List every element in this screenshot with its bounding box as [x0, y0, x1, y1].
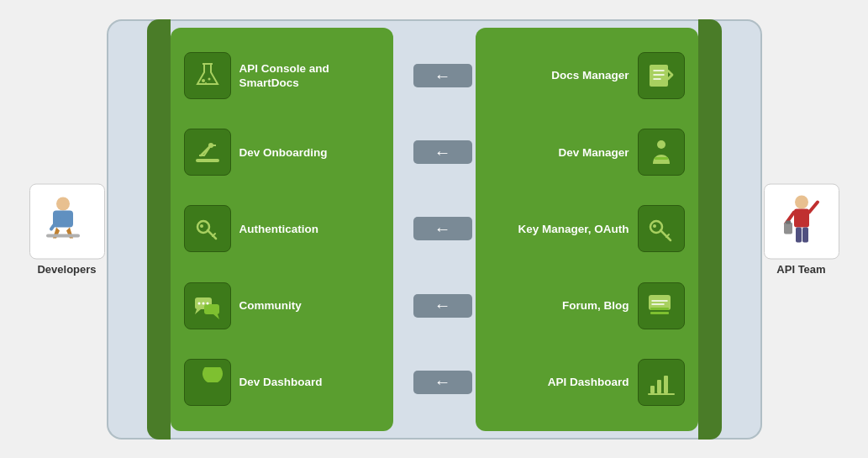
left-row-community: Community: [184, 282, 380, 329]
docs-icon: [646, 61, 676, 91]
forum-blog-icon-box: [638, 282, 685, 329]
flask-icon: [192, 61, 223, 91]
svg-rect-20: [650, 308, 669, 310]
svg-rect-3: [196, 159, 219, 162]
dev-dashboard-label: Dev Dashboard: [239, 375, 380, 390]
right-band: [698, 19, 722, 440]
svg-rect-33: [786, 220, 791, 224]
right-row-docs-manager: Docs Manager: [489, 52, 685, 99]
developers-avatar: [38, 192, 97, 250]
svg-rect-16: [655, 157, 668, 160]
bar-chart-icon: [646, 367, 676, 397]
arrow-1: ←: [413, 64, 472, 87]
right-row-api-dashboard: API Dashboard: [489, 359, 685, 406]
authentication-label: Authentication: [239, 222, 380, 237]
svg-rect-22: [650, 386, 655, 393]
left-band: [147, 19, 171, 440]
key-manager-label: Key Manager, OAuth: [489, 222, 629, 237]
svg-rect-21: [650, 312, 669, 314]
community-icon-box: [184, 282, 231, 329]
key-right-icon: [646, 213, 676, 244]
dev-onboarding-label: Dev Onboarding: [239, 145, 380, 161]
svg-rect-23: [657, 380, 661, 393]
arrow-3: ←: [413, 217, 472, 240]
right-row-forum-blog: Forum, Blog: [489, 282, 685, 329]
left-row-api-console: API Console and SmartDocs: [184, 52, 380, 99]
svg-rect-29: [794, 208, 809, 227]
api-console-icon-box: [184, 52, 231, 99]
svg-rect-27: [46, 234, 80, 237]
dev-manager-label: Dev Manager: [489, 145, 629, 161]
left-row-dev-dashboard: Dev Dashboard: [184, 359, 380, 406]
svg-point-12: [202, 302, 204, 304]
api-team-figure: API Team: [764, 183, 839, 275]
svg-rect-24: [664, 376, 668, 393]
api-console-label: API Console and SmartDocs: [239, 61, 380, 91]
arrow-4: ←: [413, 294, 472, 318]
svg-rect-30: [796, 227, 802, 242]
svg-point-1: [208, 78, 210, 81]
svg-rect-9: [204, 304, 219, 314]
key-manager-icon-box: [638, 205, 685, 252]
right-panel: Docs Manager Dev Manager: [476, 28, 698, 431]
left-row-authentication: Authentication: [184, 205, 380, 252]
dev-onboarding-icon-box: [184, 129, 231, 176]
svg-point-6: [200, 224, 203, 228]
svg-rect-32: [784, 222, 792, 234]
api-team-avatar: [772, 192, 831, 250]
api-dashboard-icon-box: [638, 359, 685, 406]
svg-marker-10: [213, 314, 219, 319]
svg-rect-31: [802, 227, 808, 242]
left-panel: API Console and SmartDocs Dev Onboarding: [171, 28, 393, 431]
svg-rect-14: [650, 65, 668, 87]
chat-icon: [192, 291, 223, 321]
right-row-key-manager: Key Manager, OAuth: [489, 205, 685, 252]
api-team-label: API Team: [776, 262, 825, 275]
forum-icon: [646, 291, 676, 321]
arrow-box-4: ←: [413, 294, 472, 318]
docs-manager-icon-box: [638, 52, 685, 99]
diagram-wrapper: API Console and SmartDocs Dev Onboarding: [23, 11, 846, 448]
developers-label: Developers: [37, 262, 96, 275]
right-row-dev-manager: Dev Manager: [489, 129, 685, 176]
docs-manager-label: Docs Manager: [489, 68, 629, 83]
arrow-2: ←: [413, 140, 472, 164]
svg-point-2: [205, 82, 207, 84]
svg-point-11: [197, 302, 200, 304]
person-desk-icon: [646, 137, 676, 167]
svg-point-25: [56, 197, 70, 210]
forum-blog-label: Forum, Blog: [489, 298, 629, 313]
key-icon: [192, 213, 223, 244]
svg-marker-8: [195, 309, 201, 314]
developers-box: [29, 183, 105, 259]
api-dashboard-label: API Dashboard: [489, 375, 629, 390]
svg-point-0: [202, 79, 205, 82]
svg-point-13: [206, 302, 208, 304]
svg-point-18: [653, 224, 656, 228]
left-row-dev-onboarding: Dev Onboarding: [184, 129, 380, 176]
dev-manager-icon-box: [638, 129, 685, 176]
escalator-icon: [192, 137, 223, 167]
svg-point-15: [657, 140, 665, 149]
arrow-box-3: ←: [413, 217, 472, 240]
arrow-box-2: ←: [413, 140, 472, 164]
api-team-box: [764, 183, 839, 259]
authentication-icon-box: [184, 205, 231, 252]
dev-dashboard-icon-box: [184, 359, 231, 406]
arrow-5: ←: [413, 371, 472, 394]
community-label: Community: [239, 298, 380, 313]
pie-chart-icon: [192, 367, 223, 397]
developers-figure: Developers: [29, 183, 105, 275]
arrow-box-1: ←: [413, 64, 472, 87]
arrow-box-5: ←: [413, 371, 472, 394]
svg-point-28: [795, 195, 808, 208]
